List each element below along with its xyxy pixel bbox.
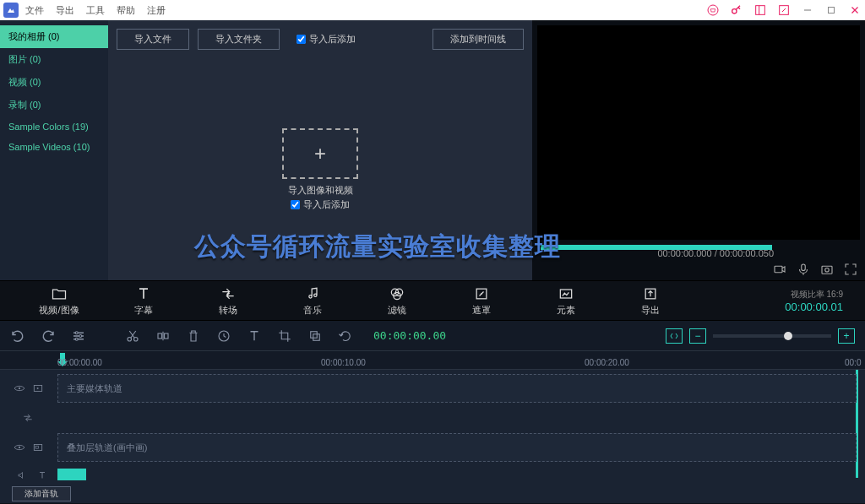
rotate-icon[interactable] <box>338 328 353 344</box>
ratio-label: 视频比率 16:9 <box>785 289 843 301</box>
preview-screen[interactable] <box>537 25 860 240</box>
tab-subtitle[interactable]: 字幕 <box>101 285 186 317</box>
export-icon <box>642 285 659 302</box>
sidebar-item-sample-videos[interactable]: Sample Videos (10) <box>0 137 108 157</box>
sidebar-item-record[interactable]: 录制 (0) <box>0 94 108 117</box>
svg-point-10 <box>825 268 830 273</box>
text-track-icon[interactable] <box>37 470 49 482</box>
audio-icon[interactable] <box>17 470 29 482</box>
tabs-row: 视频/图像 字幕 转场 音乐 滤镜 遮罩 元素 导出 视频比率 16:9 00:… <box>0 280 865 321</box>
text-tool-icon[interactable] <box>247 328 262 344</box>
tab-elements[interactable]: 元素 <box>524 285 608 317</box>
app-logo <box>3 3 19 18</box>
dropzone-checkbox-row[interactable]: 导入后添加 <box>291 198 350 211</box>
eye-icon[interactable] <box>14 442 25 453</box>
mic-icon[interactable] <box>796 262 811 277</box>
add-after-import-check[interactable] <box>296 35 306 44</box>
cut-icon[interactable] <box>125 328 140 344</box>
cart-icon[interactable] <box>706 3 720 17</box>
menu-help[interactable]: 帮助 <box>117 4 135 17</box>
maximize-icon[interactable] <box>824 3 838 17</box>
menu-export[interactable]: 导出 <box>56 4 74 17</box>
folder-icon <box>50 285 68 302</box>
snapshot-icon[interactable] <box>819 262 835 277</box>
timeline-ruler[interactable]: 00:00:00.00 00:00:10.00 00:00:20.00 00:0 <box>0 351 865 370</box>
record-icon[interactable] <box>772 262 787 277</box>
swap-icon[interactable] <box>22 412 34 424</box>
sidebar-item-videos[interactable]: 视频 (0) <box>0 71 108 94</box>
tab-mask[interactable]: 遮罩 <box>439 285 524 317</box>
sidebar-item-images[interactable]: 图片 (0) <box>0 48 108 71</box>
ratio-time: 00:00:00.01 <box>785 301 843 313</box>
menu-tools[interactable]: 工具 <box>86 4 105 17</box>
main-track-row: 主要媒体轨道 <box>0 370 865 407</box>
crop-icon[interactable] <box>277 328 292 344</box>
audio-segment[interactable] <box>57 469 86 480</box>
delete-icon[interactable] <box>186 328 201 344</box>
duration-icon[interactable] <box>216 328 231 344</box>
main-track-head <box>0 370 57 407</box>
layout-icon[interactable] <box>753 3 767 17</box>
settings-icon[interactable] <box>71 328 86 344</box>
split-icon[interactable] <box>155 328 171 344</box>
svg-point-1 <box>732 9 737 14</box>
svg-rect-23 <box>158 333 162 339</box>
svg-rect-6 <box>829 8 835 14</box>
sidebar-item-sample-colors[interactable]: Sample Colors (19) <box>0 117 108 137</box>
tab-video-image[interactable]: 视频/图像 <box>17 285 101 317</box>
swap-row <box>0 407 865 429</box>
sidebar: 我的相册 (0) 图片 (0) 视频 (0) 录制 (0) Sample Col… <box>0 20 108 280</box>
import-dropzone[interactable]: + 导入图像和视频 导入后添加 <box>108 58 532 280</box>
menu-register[interactable]: 注册 <box>147 4 166 17</box>
tab-transition[interactable]: 转场 <box>186 285 270 317</box>
close-icon[interactable] <box>848 3 862 17</box>
tab-label: 滤镜 <box>388 304 406 317</box>
menu-bar: 文件 导出 工具 帮助 注册 <box>25 4 166 17</box>
menu-file[interactable]: 文件 <box>25 4 44 17</box>
tab-filter[interactable]: 滤镜 <box>355 285 439 317</box>
zoom-out-button[interactable]: − <box>689 328 706 344</box>
import-file-button[interactable]: 导入文件 <box>117 29 189 50</box>
eye-icon[interactable] <box>14 382 25 394</box>
audio-track-body[interactable] <box>57 466 857 483</box>
overlay-track-body[interactable]: 叠加层轨道(画中画) <box>57 433 857 462</box>
svg-point-31 <box>19 447 20 448</box>
minimize-icon[interactable] <box>801 3 814 17</box>
transition-icon <box>220 285 237 302</box>
svg-rect-24 <box>165 333 169 339</box>
copy-icon[interactable] <box>307 328 323 344</box>
dropzone-box[interactable]: + <box>282 128 358 179</box>
zoom-slider[interactable] <box>713 334 831 338</box>
add-audio-button[interactable]: 添加音轨 <box>12 486 71 501</box>
audio-track-head <box>0 466 57 486</box>
undo-icon[interactable] <box>10 328 25 344</box>
ruler-mark: 00:00:10.00 <box>321 358 366 367</box>
fullscreen-icon[interactable] <box>843 262 858 277</box>
tab-music[interactable]: 音乐 <box>270 285 355 317</box>
add-after-import-checkbox[interactable]: 导入后添加 <box>296 33 356 46</box>
zoom-fit-button[interactable] <box>666 328 683 344</box>
zoom-in-button[interactable]: + <box>838 328 855 344</box>
ruler-mark: 00:00:00.00 <box>57 358 102 367</box>
timeline-toolbar: 00:00:00.00 − + <box>0 321 865 351</box>
tab-label: 元素 <box>557 304 575 317</box>
tab-export[interactable]: 导出 <box>608 285 693 317</box>
media-area: 导入文件 导入文件夹 导入后添加 添加到时间线 + 导入图像和视频 导入后添加 <box>108 20 532 280</box>
video-track-icon[interactable] <box>32 382 44 394</box>
import-folder-button[interactable]: 导入文件夹 <box>198 29 280 50</box>
edit-icon[interactable] <box>777 3 791 17</box>
titlebar: 文件 导出 工具 帮助 注册 <box>0 0 865 20</box>
dropzone-check[interactable] <box>291 200 300 209</box>
window-icons <box>706 3 862 17</box>
overlay-track-icon[interactable] <box>32 442 44 453</box>
redo-icon[interactable] <box>41 328 56 344</box>
sidebar-item-album[interactable]: 我的相册 (0) <box>0 25 108 48</box>
zoom-thumb[interactable] <box>784 332 792 340</box>
dropzone-check-label: 导入后添加 <box>303 198 350 211</box>
add-to-timeline-button[interactable]: 添加到时间线 <box>432 29 524 50</box>
key-icon[interactable] <box>730 3 743 17</box>
main-track-body[interactable]: 主要媒体轨道 <box>57 374 857 403</box>
timeline-tracks: 主要媒体轨道 叠加层轨道(画中画) 添加音轨 <box>0 370 865 503</box>
tab-label: 视频/图像 <box>39 304 79 317</box>
tab-label: 转场 <box>219 304 237 317</box>
